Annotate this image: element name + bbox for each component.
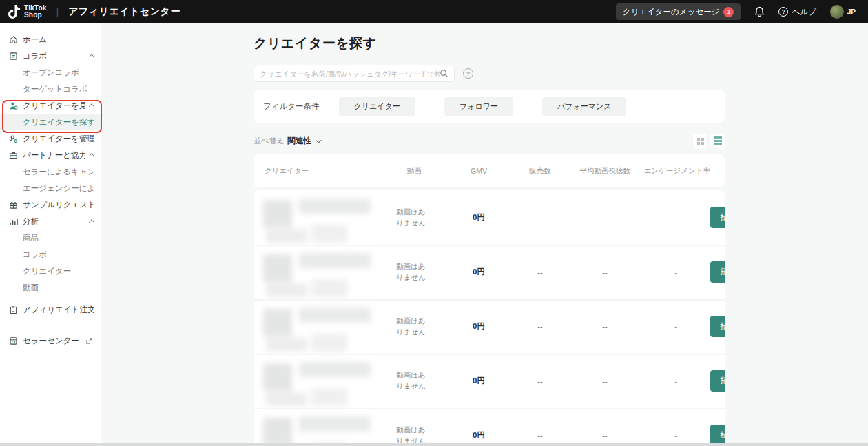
sales-cell: -- bbox=[512, 377, 568, 385]
table-row: 動画はありません 0円 -- -- - 招待 bbox=[254, 190, 725, 245]
redacted-creator bbox=[263, 415, 379, 446]
home-icon bbox=[8, 34, 18, 44]
storefront-icon bbox=[8, 336, 18, 345]
creator-cell[interactable] bbox=[256, 354, 382, 408]
list-view-button[interactable] bbox=[710, 134, 725, 148]
table-row: 動画はありません 0円 -- -- - 招待 bbox=[254, 408, 725, 446]
engagement-cell: - bbox=[641, 323, 710, 331]
tiktok-note-icon bbox=[8, 4, 21, 19]
sidebar-item-analytics-videos[interactable]: 動画 bbox=[0, 279, 101, 296]
sidebar-item-label: セラーセンター bbox=[23, 336, 79, 346]
sidebar-item-label: コラボ bbox=[23, 51, 85, 61]
sort-value[interactable]: 関連性 bbox=[288, 136, 312, 146]
column-header-creator: クリエイター bbox=[256, 166, 382, 176]
gmv-cell: 0円 bbox=[446, 430, 512, 440]
sidebar-item-open-collab[interactable]: オープンコラボ bbox=[0, 64, 101, 81]
creator-cell[interactable] bbox=[256, 299, 382, 354]
search-icon[interactable] bbox=[440, 69, 448, 78]
filter-label: フィルター条件 bbox=[263, 101, 320, 112]
help-button[interactable]: ? ヘルプ bbox=[778, 7, 816, 17]
filter-button-followers[interactable]: フォロワー bbox=[444, 97, 513, 116]
sidebar-item-analytics[interactable]: 分析 bbox=[0, 213, 101, 230]
sidebar-item-target-collab[interactable]: ターゲットコラボ bbox=[0, 81, 101, 97]
creator-cell[interactable] bbox=[256, 245, 382, 299]
header-divider: | bbox=[56, 6, 59, 17]
gmv-cell: 0円 bbox=[446, 267, 512, 277]
filter-button-performance[interactable]: パフォーマンス bbox=[542, 97, 627, 116]
creator-messages-button[interactable]: クリエイターのメッセージ 1 bbox=[616, 3, 741, 20]
gmv-cell: 0円 bbox=[446, 321, 512, 332]
video-cell: 動画はありません bbox=[382, 316, 446, 338]
search-input[interactable] bbox=[260, 70, 440, 78]
collab-icon bbox=[8, 51, 18, 61]
sidebar-item-agency-campaigns[interactable]: エージェンシーによる... bbox=[0, 180, 101, 196]
sidebar-item-home[interactable]: ホーム bbox=[0, 31, 101, 48]
chevron-up-icon bbox=[89, 219, 94, 225]
tiktok-shop-logo[interactable]: TikTok Shop bbox=[8, 4, 47, 19]
sort-label: 並べ替え bbox=[254, 136, 285, 146]
video-cell: 動画はありません bbox=[382, 207, 446, 229]
sidebar-item-manage-creators[interactable]: クリエイターを管理 bbox=[0, 130, 101, 147]
avatar bbox=[830, 5, 844, 19]
sidebar-item-find-creators[interactable]: クリエイターを見つ... bbox=[0, 97, 101, 114]
sidebar-item-seller-campaigns[interactable]: セラーによるキャンペ... bbox=[0, 163, 101, 180]
help-label: ヘルプ bbox=[792, 7, 816, 17]
manage-creator-icon bbox=[8, 134, 18, 143]
grid-view-button[interactable] bbox=[693, 134, 707, 148]
sidebar-item-label: クリエイターを見つ... bbox=[23, 101, 85, 111]
column-header-sales: 販売数 bbox=[512, 166, 568, 176]
engagement-cell: - bbox=[641, 214, 710, 222]
sidebar-item-analytics-collab[interactable]: コラボ bbox=[0, 246, 101, 263]
bar-chart-icon bbox=[8, 216, 18, 226]
sidebar-item-label: クリエイターを管理 bbox=[23, 134, 94, 144]
logo-line2: Shop bbox=[24, 12, 47, 19]
chevron-up-icon bbox=[89, 103, 94, 109]
sales-cell: -- bbox=[512, 268, 568, 276]
main-area: クリエイターを探す ? フィルター条件 クリエイター フォロワー パフォーマンス… bbox=[101, 23, 868, 446]
sidebar-divider bbox=[8, 325, 92, 325]
sidebar-item-label: パートナーと協力する bbox=[23, 150, 85, 161]
table-row: 動画はありません 0円 -- -- - 招待 bbox=[254, 354, 725, 408]
search-help-icon[interactable]: ? bbox=[463, 68, 473, 79]
sidebar-item-collab[interactable]: コラボ bbox=[0, 48, 101, 64]
invite-button[interactable]: 招待 bbox=[710, 207, 725, 228]
invite-button[interactable]: 招待 bbox=[710, 370, 725, 392]
sales-cell: -- bbox=[512, 323, 568, 331]
notifications-button[interactable] bbox=[754, 6, 765, 17]
sales-cell: -- bbox=[512, 432, 568, 440]
sidebar-item-sample-requests[interactable]: サンプルリクエスト bbox=[0, 196, 101, 213]
invite-button[interactable]: 招待 bbox=[710, 261, 725, 283]
gmv-cell: 0円 bbox=[446, 212, 512, 223]
engagement-cell: - bbox=[641, 268, 710, 276]
sidebar-item-affiliate-orders[interactable]: アフィリエイト注文数 bbox=[0, 301, 101, 318]
creator-search-box[interactable] bbox=[254, 65, 455, 82]
sidebar-item-analytics-creators[interactable]: クリエイター bbox=[0, 263, 101, 279]
invite-button[interactable]: 招待 bbox=[710, 316, 725, 337]
sales-cell: -- bbox=[512, 214, 568, 222]
creator-cell[interactable] bbox=[256, 190, 382, 245]
chevron-up-icon bbox=[89, 153, 94, 159]
sidebar-item-search-creators[interactable]: クリエイターを探す bbox=[0, 114, 101, 130]
gift-icon bbox=[8, 200, 18, 210]
avg-views-cell: -- bbox=[568, 268, 641, 276]
column-header-video: 動画 bbox=[382, 166, 446, 176]
avg-views-cell: -- bbox=[568, 214, 641, 222]
sidebar-item-label: アフィリエイト注文数 bbox=[23, 305, 94, 315]
video-cell: 動画はありません bbox=[382, 261, 446, 283]
sidebar-item-analytics-products[interactable]: 商品 bbox=[0, 230, 101, 246]
chevron-down-icon[interactable] bbox=[316, 137, 321, 143]
sidebar-item-seller-center[interactable]: セラーセンター bbox=[0, 332, 101, 349]
creator-results-list: 動画はありません 0円 -- -- - 招待 動画はありません 0円 -- bbox=[254, 190, 725, 446]
table-row: 動画はありません 0円 -- -- - 招待 bbox=[254, 299, 725, 354]
creator-cell[interactable] bbox=[256, 408, 382, 446]
bell-icon bbox=[754, 6, 765, 17]
engagement-cell: - bbox=[641, 377, 710, 385]
column-header-gmv: GMV bbox=[446, 167, 512, 175]
redacted-creator bbox=[263, 306, 379, 354]
sidebar-item-partners[interactable]: パートナーと協力する bbox=[0, 147, 101, 163]
filter-button-creator[interactable]: クリエイター bbox=[339, 97, 415, 116]
list-view-icon bbox=[714, 136, 722, 145]
profile-menu[interactable]: JP bbox=[830, 5, 856, 19]
app-title: アフィリエイトセンター bbox=[68, 6, 180, 18]
redacted-creator bbox=[263, 197, 379, 245]
